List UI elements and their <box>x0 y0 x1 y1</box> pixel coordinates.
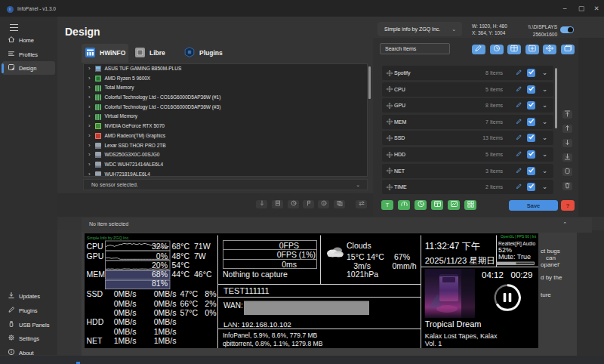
svg-text:0ms: 0ms <box>282 260 297 269</box>
svg-text:qbittorrent, 0.8%, 1.1%, 1279.: qbittorrent, 0.8%, 1.1%, 1279.8 MB <box>223 340 323 347</box>
svg-text:HDD: HDD <box>87 317 104 326</box>
svg-text:48°C: 48°C <box>172 251 190 261</box>
svg-text:8%: 8% <box>205 289 216 298</box>
svg-text:SSD: SSD <box>87 289 103 298</box>
svg-text:67%: 67% <box>394 252 410 261</box>
svg-text:0MB/s: 0MB/s <box>154 308 177 317</box>
svg-text:1021hPa: 1021hPa <box>347 270 378 279</box>
svg-text:NET: NET <box>87 336 103 345</box>
svg-text:OpenGL | FPS 60 | Int: OpenGL | FPS 60 | Int <box>501 235 537 239</box>
svg-text:15°C 14°C: 15°C 14°C <box>347 252 384 261</box>
svg-text:MEM: MEM <box>87 270 106 279</box>
svg-text:32%: 32% <box>152 242 168 251</box>
svg-text:Simple Info by ZGQ Inc.: Simple Info by ZGQ Inc. <box>87 236 130 240</box>
svg-text:1MB/s: 1MB/s <box>154 336 177 345</box>
svg-text:CPU: CPU <box>87 242 103 251</box>
svg-text:20%: 20% <box>152 261 168 270</box>
svg-text:0MB/s: 0MB/s <box>114 327 137 336</box>
svg-text:57°C: 57°C <box>180 308 199 317</box>
svg-text:7W: 7W <box>194 251 206 261</box>
svg-text:81%: 81% <box>152 279 168 288</box>
svg-text:Kalax Lost Tapes, Kalax: Kalax Lost Tapes, Kalax <box>425 332 498 340</box>
svg-text:0MB/s: 0MB/s <box>154 289 177 298</box>
svg-text:0FPS (1%): 0FPS (1%) <box>277 250 316 259</box>
svg-text:11:32:47 下午: 11:32:47 下午 <box>425 241 480 251</box>
svg-text:Clouds: Clouds <box>347 241 371 250</box>
svg-text:0mm/h: 0mm/h <box>392 261 416 270</box>
svg-text:1MB/s: 1MB/s <box>114 336 137 345</box>
svg-text:0FPS: 0FPS <box>279 241 299 250</box>
svg-text:Mute: True: Mute: True <box>498 253 531 261</box>
svg-text:71W: 71W <box>194 242 211 251</box>
svg-text:0MB/s: 0MB/s <box>154 317 177 326</box>
svg-text:68%: 68% <box>152 270 168 279</box>
svg-text:2%: 2% <box>205 299 216 308</box>
svg-text:68°C: 68°C <box>172 242 190 251</box>
svg-text:2025/11/23 星期日: 2025/11/23 星期日 <box>425 256 495 265</box>
svg-text:1MB/s: 1MB/s <box>154 327 177 336</box>
svg-text:0%: 0% <box>156 251 168 261</box>
svg-text:0MB/s: 0MB/s <box>114 317 137 326</box>
svg-text:44°C: 44°C <box>172 270 190 279</box>
svg-text:54°C: 54°C <box>172 261 190 270</box>
svg-text:WAN:: WAN: <box>223 301 243 310</box>
svg-text:46°C: 46°C <box>194 270 212 279</box>
svg-text:Vol. 1: Vol. 1 <box>425 340 442 347</box>
svg-text:0MB/s: 0MB/s <box>114 289 137 298</box>
svg-text:47°C: 47°C <box>180 289 199 298</box>
svg-text:Nothing to capture: Nothing to capture <box>223 270 288 279</box>
svg-text:66°C: 66°C <box>180 299 199 308</box>
svg-text:GPU: GPU <box>87 251 104 261</box>
svg-text:TEST111111: TEST111111 <box>223 286 270 295</box>
svg-text:0MB/s: 0MB/s <box>154 299 177 308</box>
svg-text:Tropical Dream: Tropical Dream <box>425 319 482 329</box>
svg-text:LAN: 192.168.10.102: LAN: 192.168.10.102 <box>223 320 291 329</box>
svg-text:InfoPanel, 5.9%, 8.6%, 779.7 M: InfoPanel, 5.9%, 8.6%, 779.7 MB <box>223 332 318 339</box>
svg-text:04:12: 04:12 <box>482 270 504 279</box>
svg-text:0MB/s: 0MB/s <box>114 308 137 317</box>
svg-text:0MB/s: 0MB/s <box>114 299 137 308</box>
svg-text:0%: 0% <box>205 308 216 317</box>
svg-text:00:29: 00:29 <box>511 270 533 279</box>
